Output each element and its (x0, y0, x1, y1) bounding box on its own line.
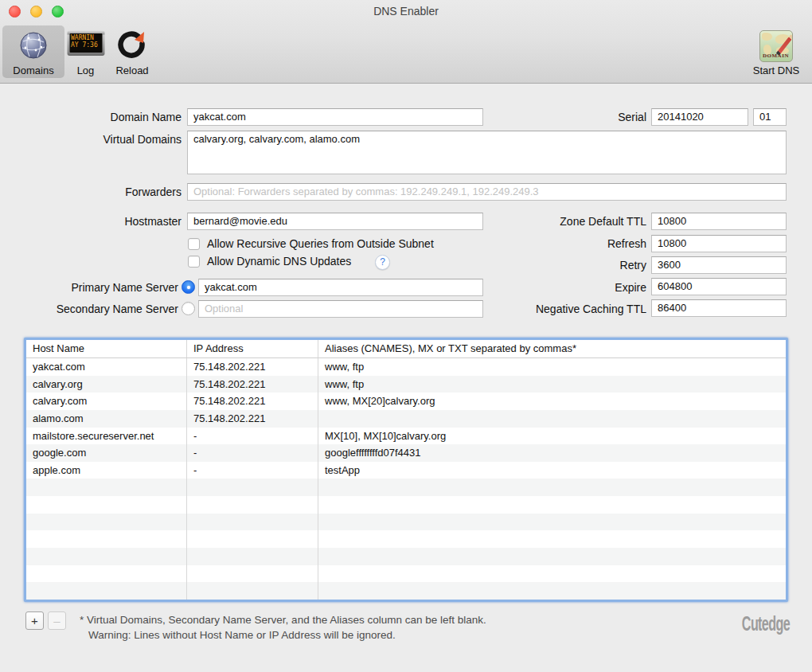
table-row[interactable]: calvary.org75.148.202.221www, ftp (26, 376, 786, 393)
table-cell[interactable]: yakcat.com (26, 358, 187, 376)
table-cell[interactable]: 75.148.202.221 (187, 410, 318, 428)
zone-default-ttl-label: Zone Default TTL (560, 215, 646, 228)
toolbar-domains-button[interactable]: Domains (2, 25, 64, 78)
table-cell[interactable]: 75.148.202.221 (187, 376, 318, 393)
table-cell[interactable] (318, 530, 786, 548)
table-cell[interactable] (318, 410, 786, 428)
secondary-ns-radio[interactable] (182, 302, 195, 315)
forwarders-input[interactable]: Optional: Forwarders separated by commas… (187, 183, 787, 201)
table-cell[interactable]: calvary.org (26, 376, 187, 393)
table-row[interactable]: alamo.com75.148.202.221 (26, 410, 786, 428)
column-header[interactable]: Aliases (CNAMES), MX or TXT separated by… (318, 340, 786, 357)
primary-ns-radio[interactable] (182, 280, 195, 294)
table-cell[interactable]: www, MX[20]calvary.org (318, 393, 786, 410)
table-cell[interactable] (318, 565, 786, 583)
negative-caching-ttl-input[interactable]: 86400 (651, 299, 787, 317)
table-row[interactable] (26, 548, 786, 565)
add-row-button[interactable]: + (25, 611, 44, 630)
primary-ns-input[interactable]: yakcat.com (198, 279, 483, 296)
table-row[interactable] (26, 530, 786, 548)
column-header[interactable]: IP Address (187, 340, 318, 357)
table-row[interactable] (26, 514, 786, 531)
table-cell[interactable] (187, 582, 318, 600)
remove-row-button[interactable]: – (48, 611, 66, 630)
hostmaster-input[interactable]: bernard@movie.edu (187, 213, 483, 230)
table-cell[interactable]: - (187, 462, 318, 479)
table-cell[interactable]: alamo.com (26, 410, 187, 428)
table-cell[interactable]: testApp (318, 462, 786, 479)
table-cell[interactable]: google.com (26, 444, 187, 462)
column-header[interactable]: Host Name (26, 340, 187, 357)
serial-input[interactable]: 20141020 (651, 108, 748, 126)
table-row[interactable] (26, 565, 786, 583)
table-row[interactable]: mailstore.secureserver.net-MX[10], MX[10… (26, 428, 786, 445)
table-cell[interactable]: 75.148.202.221 (187, 393, 318, 410)
forwarders-label: Forwarders (125, 186, 182, 198)
table-row[interactable]: yakcat.com75.148.202.221www, ftp (26, 358, 786, 376)
table-cell[interactable]: www, ftp (318, 358, 786, 376)
table-cell[interactable] (187, 479, 318, 496)
table-cell[interactable] (187, 514, 318, 531)
toolbar-log-button[interactable]: WARNIN AY 7:36 Log (67, 25, 104, 78)
app-window: DNS Enabler (0, 0, 812, 672)
toolbar-domains-label: Domains (2, 64, 64, 76)
table-cell[interactable] (187, 565, 318, 583)
hosts-table[interactable]: Host NameIP AddressAliases (CNAMES), MX … (26, 340, 786, 600)
toolbar-reload-button[interactable]: Reload (110, 25, 154, 78)
toolbar-log-label: Log (67, 64, 104, 76)
allow-dynamic-checkbox[interactable] (188, 256, 200, 268)
footer-note: * Virtual Domains, Secondary Name Server… (80, 612, 486, 643)
serial-suffix-input[interactable]: 01 (753, 108, 787, 126)
serial-label: Serial (618, 111, 646, 123)
zone-default-ttl-input[interactable]: 10800 (651, 213, 787, 230)
secondary-ns-input[interactable]: Optional (198, 300, 483, 318)
expire-input[interactable]: 604800 (651, 278, 787, 295)
table-cell[interactable] (26, 530, 187, 548)
virtual-domains-textarea[interactable]: calvary.org, calvary.com, alamo.com (187, 131, 787, 174)
table-cell[interactable]: - (187, 428, 318, 445)
table-row[interactable] (26, 496, 786, 514)
table-row[interactable]: calvary.com75.148.202.221www, MX[20]calv… (26, 393, 786, 410)
table-cell[interactable]: MX[10], MX[10]calvary.org (318, 428, 786, 445)
table-cell[interactable] (318, 548, 786, 565)
table-cell[interactable]: www, ftp (318, 376, 786, 393)
table-cell[interactable]: calvary.com (26, 393, 187, 410)
table-cell[interactable] (187, 496, 318, 514)
allow-recursive-checkbox[interactable] (188, 238, 200, 250)
table-cell[interactable] (318, 582, 786, 600)
table-cell[interactable] (26, 565, 187, 583)
table-cell[interactable] (187, 548, 318, 565)
table-cell[interactable] (26, 514, 187, 531)
table-cell[interactable]: - (187, 444, 318, 462)
help-button[interactable]: ? (375, 255, 390, 270)
hostmaster-label: Hostmaster (124, 215, 182, 228)
table-cell[interactable] (187, 530, 318, 548)
table-cell[interactable] (318, 496, 786, 514)
retry-label: Retry (620, 259, 646, 272)
table-row[interactable] (26, 582, 786, 600)
table-cell[interactable] (26, 548, 187, 565)
refresh-input[interactable]: 10800 (651, 235, 787, 252)
table-row[interactable]: google.com-googleffffffffd07f4431 (26, 444, 786, 462)
domain-map-pencil-icon: DOMAIN (759, 30, 793, 62)
table-cell[interactable]: mailstore.secureserver.net (26, 428, 187, 445)
table-cell[interactable] (26, 582, 187, 600)
secondary-ns-label: Secondary Name Server (57, 303, 178, 315)
table-cell[interactable] (318, 514, 786, 531)
table-cell[interactable]: 75.148.202.221 (187, 358, 318, 376)
domain-name-input[interactable]: yakcat.com (187, 108, 483, 126)
table-cell[interactable]: apple.com (26, 462, 187, 479)
table-cell[interactable] (318, 479, 786, 496)
table-cell[interactable] (26, 479, 187, 496)
window-title: DNS Enabler (0, 5, 812, 18)
hosts-table-focus-ring: Host NameIP AddressAliases (CNAMES), MX … (24, 338, 788, 602)
title-bar[interactable]: DNS Enabler (0, 0, 812, 24)
retry-input[interactable]: 3600 (651, 256, 787, 274)
table-row[interactable]: apple.com-testApp (26, 462, 786, 479)
negative-caching-ttl-label: Negative Caching TTL (536, 303, 646, 315)
toolbar-reload-label: Reload (110, 64, 154, 76)
table-row[interactable] (26, 479, 786, 496)
table-cell[interactable] (26, 496, 187, 514)
table-cell[interactable]: googleffffffffd07f4431 (318, 444, 786, 462)
toolbar-start-dns-button[interactable]: DOMAIN Start DNS (747, 25, 806, 78)
